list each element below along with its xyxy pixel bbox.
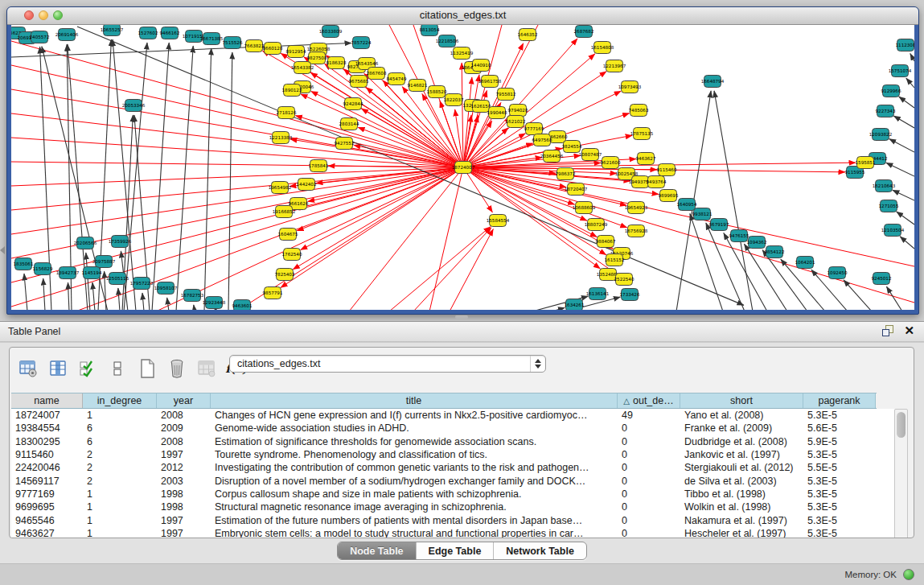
network-node[interactable]: 9621600: [601, 157, 621, 169]
table-cell-name[interactable]: 9115460: [11, 448, 83, 461]
table-cell-in_degree[interactable]: 1: [83, 513, 157, 526]
network-node[interactable]: 8454749: [387, 73, 407, 85]
table-cell-in_degree[interactable]: 2: [83, 474, 157, 487]
network-node[interactable]: 7986372: [556, 168, 576, 180]
network-node[interactable]: 18807249: [585, 219, 608, 231]
network-node[interactable]: 19654923: [625, 202, 648, 214]
network-node[interactable]: 9777169: [524, 123, 544, 135]
table-cell-in_degree[interactable]: 1: [83, 501, 157, 513]
table-cell-year[interactable]: 1997: [157, 513, 211, 526]
table-cell-pagerank[interactable]: 5.3E-5: [803, 409, 876, 422]
network-node[interactable]: 9115460: [657, 164, 677, 176]
network-node[interactable]: 9854122: [765, 246, 785, 258]
table-cell-year[interactable]: 1997: [157, 448, 211, 461]
table-cell-title[interactable]: Estimation of the future numbers of pati…: [211, 513, 618, 526]
network-node[interactable]: 7515526: [223, 37, 243, 49]
column-header-out_de[interactable]: △out_de…: [618, 393, 680, 408]
network-node[interactable]: 7485063: [629, 105, 649, 117]
network-node[interactable]: 1646352: [518, 29, 538, 41]
network-node[interactable]: 6497568: [532, 134, 552, 146]
column-header-title[interactable]: title: [211, 393, 618, 408]
network-node[interactable]: 20364456: [540, 150, 564, 163]
table-cell-year[interactable]: 1997: [157, 527, 211, 538]
table-cell-title[interactable]: Structural magnetic resonance image aver…: [211, 501, 618, 513]
network-node[interactable]: 1890123: [282, 84, 302, 97]
network-node[interactable]: 9794028: [508, 105, 528, 117]
table-row[interactable]: 1456911722003Disruption of a novel membe…: [11, 474, 877, 487]
network-node[interactable]: 1064201: [795, 257, 815, 269]
network-node[interactable]: 8186328: [326, 57, 347, 69]
network-node[interactable]: 3824554: [562, 141, 582, 153]
network-node[interactable]: 1604675: [278, 229, 298, 241]
select-rows-icon[interactable]: [77, 357, 98, 380]
table-cell-title[interactable]: Changes of HCN gene expression and I(f) …: [211, 409, 618, 422]
table-cell-pagerank[interactable]: 5.3E-5: [803, 501, 876, 513]
network-node[interactable]: 18720407: [565, 183, 588, 196]
network-node[interactable]: 7955812: [496, 89, 516, 101]
network-node[interactable]: 9463627: [636, 153, 656, 165]
network-node[interactable]: 9884067: [596, 236, 616, 248]
network-node[interactable]: 20691406: [55, 29, 79, 41]
network-node[interactable]: 11325419: [450, 47, 474, 60]
network-node[interactable]: 16210643: [873, 180, 896, 192]
table-cell-in_degree[interactable]: 1: [83, 409, 157, 422]
table-cell-pagerank[interactable]: 5.3E-5: [803, 474, 876, 487]
network-node[interactable]: 15751074: [889, 65, 912, 77]
network-node[interactable]: 9675685: [349, 76, 369, 88]
network-node[interactable]: 19654982: [269, 182, 291, 194]
network-node[interactable]: 1094362: [747, 237, 767, 249]
table-cell-out_de[interactable]: 0: [618, 488, 680, 501]
table-row[interactable]: 911546021997Tourette syndrome. Phenomeno…: [11, 448, 877, 461]
table-cell-title[interactable]: Genome-wide association studies in ADHD.: [211, 422, 618, 435]
network-node[interactable]: 1621022: [506, 116, 526, 128]
network-node[interactable]: 1527602: [138, 27, 158, 39]
table-cell-title[interactable]: Tourette syndrome. Phenomenology and cla…: [211, 448, 618, 461]
table-row[interactable]: 1830029562008Estimation of significance …: [11, 435, 877, 448]
table-cell-title[interactable]: Estimation of significance thresholds fo…: [211, 435, 618, 448]
network-node[interactable]: 1990448: [487, 107, 507, 119]
network-node[interactable]: 15584554: [487, 215, 510, 227]
row-height-icon[interactable]: [107, 357, 128, 380]
network-node[interactable]: 1145194: [82, 267, 102, 279]
table-cell-name[interactable]: 9777169: [11, 488, 83, 501]
network-node[interactable]: 1634261: [565, 299, 585, 311]
table-cell-pagerank[interactable]: 5.3E-5: [803, 488, 876, 501]
network-node[interactable]: 13942737: [56, 267, 80, 279]
network-node[interactable]: 10655257: [101, 25, 124, 36]
new-table-icon[interactable]: [137, 357, 158, 380]
left-panel-collapse-arrow-icon[interactable]: [0, 246, 5, 254]
table-cell-in_degree[interactable]: 6: [83, 435, 157, 448]
tab-edge-table[interactable]: Edge Table: [416, 542, 494, 559]
table-cell-title[interactable]: Corpus callosum shape and size in male p…: [211, 488, 618, 501]
table-cell-out_de[interactable]: 0: [618, 474, 680, 487]
table-cell-pagerank[interactable]: 5.3E-5: [803, 513, 876, 526]
table-row[interactable]: 2242004622012Investigating the contribut…: [11, 461, 877, 474]
table-cell-year[interactable]: 2003: [157, 474, 211, 487]
tab-node-table[interactable]: Node Table: [338, 542, 415, 559]
table-cell-year[interactable]: 2012: [157, 461, 211, 474]
table-cell-out_de[interactable]: 0: [618, 461, 680, 474]
table-cell-title[interactable]: Disruption of a novel member of a sodium…: [211, 474, 618, 487]
table-cell-short[interactable]: Tibbo et al. (1998): [680, 488, 803, 501]
network-node[interactable]: 17359926: [109, 236, 132, 248]
table-select-dropdown[interactable]: citations_edges.txt: [229, 355, 546, 373]
table-cell-short[interactable]: Yano et al. (2008): [680, 409, 803, 422]
network-node[interactable]: 16961758: [478, 76, 502, 88]
table-cell-in_degree[interactable]: 2: [83, 448, 157, 461]
table-cell-name[interactable]: 19384554: [11, 422, 83, 435]
network-node[interactable]: 12505115: [106, 273, 129, 285]
network-node[interactable]: 12923448: [203, 297, 226, 309]
network-node[interactable]: 9466162: [160, 27, 180, 39]
network-node[interactable]: 16136141: [586, 288, 610, 300]
table-cell-out_de[interactable]: 49: [618, 409, 680, 422]
table-cell-short[interactable]: Nakamura et al. (1997): [680, 513, 803, 526]
tab-network-table[interactable]: Network Table: [493, 542, 586, 559]
table-cell-pagerank[interactable]: 5.5E-5: [803, 461, 876, 474]
network-node[interactable]: 9857791: [263, 287, 283, 299]
table-cell-name[interactable]: 18300295: [11, 435, 83, 448]
network-node[interactable]: 9245012: [872, 273, 892, 285]
network-node[interactable]: 9938121: [692, 208, 713, 220]
network-node[interactable]: 1440910: [471, 60, 491, 72]
network-node[interactable]: 9146821: [408, 80, 428, 92]
network-node[interactable]: 30975887: [92, 256, 116, 268]
